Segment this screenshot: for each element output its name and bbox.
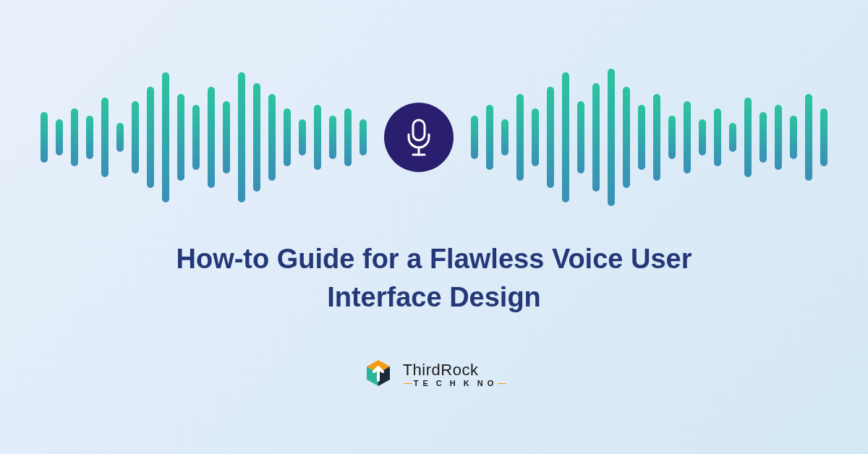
- page-title: How-to Guide for a Flawless Voice User I…: [137, 240, 731, 317]
- waveform-bar: [101, 98, 109, 177]
- waveform-bar: [744, 98, 752, 177]
- waveform-bar: [56, 119, 63, 155]
- waveform-bar: [253, 83, 260, 192]
- waveform-bar: [608, 69, 615, 206]
- waveform-bar: [516, 94, 524, 181]
- waveform-bar: [760, 112, 767, 163]
- waveform-bar: [41, 112, 48, 163]
- waveform-bar: [562, 72, 569, 202]
- waveform-right: [471, 69, 827, 206]
- mic-button-circle: [384, 103, 454, 172]
- waveform-bar: [699, 119, 706, 155]
- waveform-bar: [729, 123, 736, 152]
- waveform-bar: [71, 108, 78, 166]
- waveform-bar: [532, 108, 539, 166]
- waveform-bar: [223, 101, 230, 174]
- logo-line1: ThirdRock: [403, 362, 508, 378]
- waveform-bar: [86, 116, 93, 159]
- waveform-bar: [592, 83, 600, 192]
- waveform-bar: [359, 119, 367, 155]
- svg-rect-0: [413, 120, 425, 140]
- waveform-bar: [820, 108, 827, 166]
- waveform-bar: [116, 123, 124, 152]
- waveform-bar: [238, 72, 245, 202]
- waveform-bar: [208, 87, 215, 188]
- waveform-bar: [577, 101, 584, 174]
- waveform-bar: [805, 94, 812, 181]
- waveform-bar: [284, 108, 291, 166]
- waveform-bar: [147, 87, 154, 188]
- waveform-bar: [775, 105, 782, 170]
- waveform-container: [0, 58, 868, 217]
- waveform-bar: [162, 72, 169, 202]
- waveform-bar: [547, 87, 554, 188]
- waveform-bar: [486, 105, 493, 170]
- waveform-bar: [471, 116, 478, 159]
- waveform-bar: [638, 105, 645, 170]
- waveform-bar: [177, 94, 184, 181]
- waveform-bar: [299, 119, 306, 155]
- waveform-bar: [790, 116, 797, 159]
- waveform-bar: [501, 119, 509, 155]
- waveform-bar: [668, 116, 676, 159]
- logo-line2: — T E C H K N O —: [403, 380, 508, 387]
- microphone-icon: [404, 117, 434, 158]
- waveform-bar: [192, 105, 200, 170]
- logo-mark-icon: [361, 357, 396, 392]
- waveform-bar: [329, 116, 336, 159]
- waveform-bar: [623, 87, 630, 188]
- waveform-bar: [268, 94, 276, 181]
- waveform-bar: [684, 101, 691, 174]
- logo-text: ThirdRock — T E C H K N O —: [403, 362, 508, 387]
- waveform-bar: [314, 105, 321, 170]
- waveform-bar: [714, 108, 721, 166]
- waveform-left: [41, 72, 367, 202]
- brand-logo: ThirdRock — T E C H K N O —: [361, 357, 508, 392]
- waveform-bar: [132, 101, 139, 174]
- waveform-bar: [653, 94, 660, 181]
- waveform-bar: [344, 108, 352, 166]
